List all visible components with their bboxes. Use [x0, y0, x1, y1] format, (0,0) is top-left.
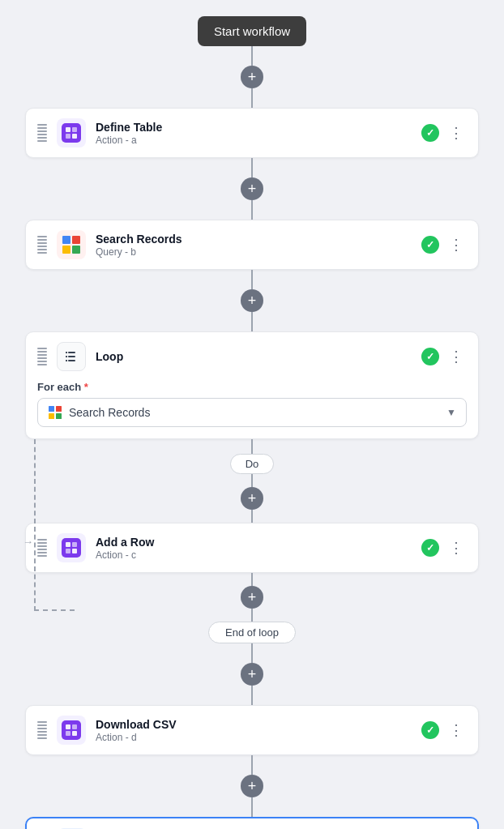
connector-line [251, 643, 253, 663]
connector-line [251, 609, 253, 622]
connector-line [251, 46, 253, 66]
svg-rect-2 [72, 127, 77, 132]
svg-rect-3 [66, 134, 70, 139]
step-subtitle: Query - b [96, 246, 412, 258]
svg-rect-12 [66, 352, 67, 353]
connector-line [251, 686, 253, 705]
step-card-download-csv: Download CSV Action - d ⋮ [25, 705, 479, 755]
connector-line [251, 573, 253, 586]
step-card-upload-file: box Upload File In Action - e ⋮ [25, 817, 479, 829]
step-subtitle: Action - a [96, 135, 412, 146]
more-options-button[interactable]: ⋮ [446, 537, 467, 558]
more-options-button[interactable]: ⋮ [446, 234, 467, 255]
more-options-button[interactable]: ⋮ [446, 122, 467, 143]
svg-rect-5 [62, 236, 70, 244]
svg-rect-26 [72, 724, 77, 729]
status-check-icon [421, 348, 439, 365]
loop-section: → Do Add a Row Action - c [17, 439, 487, 643]
for-each-label: For each * [37, 381, 467, 393]
svg-rect-9 [68, 352, 75, 353]
connector-line [251, 474, 253, 487]
svg-rect-14 [66, 360, 67, 361]
drag-handle[interactable] [37, 124, 47, 142]
end-loop-label: End of loop [208, 622, 296, 643]
svg-rect-10 [68, 356, 75, 357]
drag-handle[interactable] [37, 236, 47, 254]
step-card-loop: Loop ⋮ For each * Search Records ▼ [25, 331, 479, 439]
svg-rect-22 [66, 549, 70, 553]
add-step-button-loop-end[interactable] [241, 586, 263, 609]
connector-line [251, 88, 253, 108]
loop-header: Loop ⋮ [26, 332, 478, 381]
connector-line [251, 797, 253, 817]
status-check-icon [421, 721, 439, 739]
connector-line [251, 510, 253, 523]
add-step-button-3[interactable] [241, 663, 263, 686]
add-step-button-loop-inner[interactable] [241, 487, 263, 510]
step-title: Add a Row [96, 536, 412, 549]
add-step-button-4[interactable] [241, 775, 263, 797]
dropdown-value: Search Records [69, 406, 440, 419]
step-title: Loop [96, 350, 412, 363]
required-star: * [84, 381, 88, 393]
more-options-button[interactable]: ⋮ [446, 346, 467, 367]
step-subtitle: Action - d [96, 732, 412, 743]
svg-rect-21 [72, 542, 77, 547]
add-step-button-1[interactable] [241, 177, 263, 200]
drag-handle[interactable] [37, 721, 47, 739]
step-card-search-records: Search Records Query - b ⋮ [25, 220, 479, 270]
add-step-button-0[interactable] [241, 66, 263, 88]
define-table-icon [57, 118, 86, 147]
start-workflow-button[interactable]: Start workflow [198, 16, 306, 46]
workflow-canvas: Start workflow Define Table Action - a ⋮ [0, 16, 504, 829]
svg-rect-15 [49, 406, 54, 412]
do-label: Do [230, 454, 275, 474]
step-subtitle: Action - c [96, 549, 412, 561]
svg-rect-16 [56, 406, 62, 412]
connector-line [251, 158, 253, 177]
svg-rect-25 [66, 724, 70, 729]
svg-rect-28 [72, 731, 77, 736]
step-actions: ⋮ [421, 346, 467, 367]
svg-rect-20 [66, 542, 70, 547]
connector-line [251, 270, 253, 289]
svg-rect-6 [72, 236, 80, 244]
step-actions: ⋮ [421, 720, 467, 741]
drag-handle[interactable] [37, 348, 47, 365]
svg-rect-7 [62, 246, 70, 254]
connector-line [251, 439, 253, 454]
for-each-dropdown[interactable]: Search Records ▼ [37, 398, 467, 427]
svg-rect-1 [66, 127, 70, 132]
add-step-button-2[interactable] [241, 289, 263, 312]
search-records-icon [57, 230, 86, 259]
svg-rect-19 [62, 538, 81, 558]
add-row-icon [57, 533, 86, 562]
svg-rect-11 [68, 360, 75, 361]
status-check-icon [421, 236, 439, 254]
svg-rect-27 [66, 731, 70, 736]
step-info: Loop [96, 350, 412, 363]
step-info: Search Records Query - b [96, 233, 412, 258]
step-actions: ⋮ [421, 234, 467, 255]
svg-rect-18 [56, 413, 62, 419]
svg-rect-13 [66, 356, 67, 357]
svg-rect-23 [72, 549, 77, 553]
connector-line [251, 200, 253, 220]
loop-left-border [34, 439, 36, 611]
drag-handle[interactable] [37, 539, 47, 557]
step-actions: ⋮ [421, 122, 467, 143]
svg-rect-4 [72, 134, 77, 139]
loop-body: For each * Search Records ▼ [26, 381, 478, 438]
more-options-button[interactable]: ⋮ [446, 720, 467, 741]
step-title: Download CSV [96, 718, 412, 731]
connector-line [251, 312, 253, 331]
connector-line [251, 755, 253, 775]
search-records-small-icon [48, 405, 62, 420]
step-card-define-table: Define Table Action - a ⋮ [25, 108, 479, 158]
step-title: Search Records [96, 233, 412, 246]
step-card-add-row: Add a Row Action - c ⋮ [25, 523, 479, 573]
status-check-icon [421, 124, 439, 142]
svg-rect-24 [62, 720, 81, 740]
svg-rect-8 [72, 246, 80, 254]
svg-rect-17 [49, 413, 54, 419]
